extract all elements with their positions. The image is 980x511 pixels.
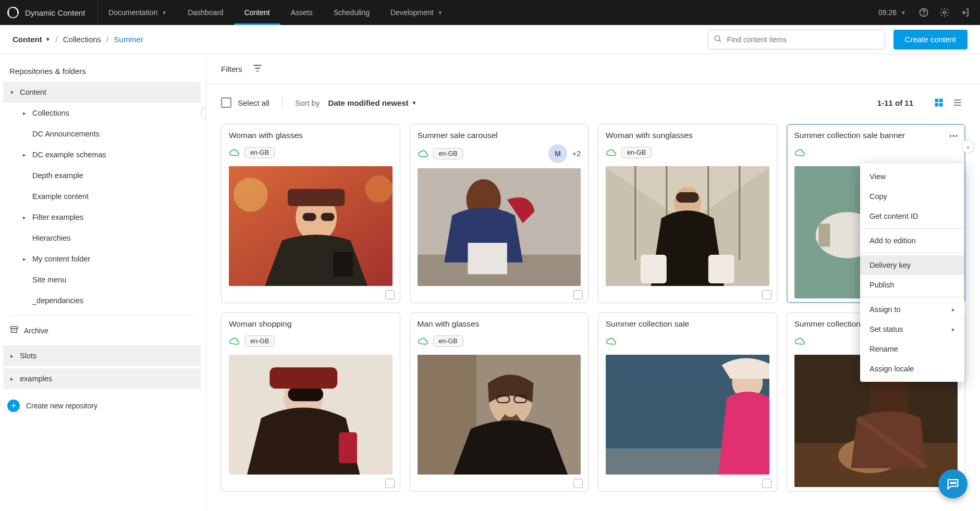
tree-dc-announcements[interactable]: DC Announcements: [3, 123, 201, 144]
tree-filter-examples[interactable]: ▸ Filter examples: [3, 207, 201, 228]
ctx-separator: [860, 253, 964, 253]
chevron-right-icon: ▸: [7, 376, 17, 382]
chevron-down-icon: ▼: [437, 10, 443, 16]
ctx-assign-to[interactable]: Assign to ▸: [860, 300, 964, 319]
card-title: Summer collection sale banner: [794, 131, 958, 140]
view-list-button[interactable]: [950, 95, 965, 110]
content-card[interactable]: Woman with sunglasses en-GB: [598, 124, 777, 303]
create-content-button[interactable]: Create content: [893, 30, 967, 49]
nav-settings[interactable]: [934, 0, 955, 25]
nav-content[interactable]: Content: [234, 0, 280, 25]
tree-hierarchies[interactable]: Hierarchies: [3, 228, 201, 248]
filters-button[interactable]: [250, 60, 265, 78]
breadcrumb-separator: /: [106, 35, 108, 44]
sort-value-label: Date modified newest: [328, 98, 408, 107]
card-title: Woman with glasses: [229, 131, 393, 140]
view-grid-button[interactable]: [931, 95, 947, 110]
sort-dropdown[interactable]: Date modified newest ▼: [328, 98, 416, 107]
chat-icon: [946, 477, 960, 491]
ctx-publish-label: Publish: [869, 281, 895, 289]
card-checkbox[interactable]: [762, 290, 771, 300]
svg-point-27: [950, 135, 951, 136]
tree-collections[interactable]: ▸ Collections: [3, 103, 201, 123]
tree-content-root[interactable]: ▾ Content: [3, 82, 201, 103]
tree-depth-example[interactable]: Depth example: [3, 165, 201, 186]
tree-dependancies[interactable]: _dependancies: [3, 290, 201, 311]
content-card[interactable]: Summer collection sale: [598, 313, 777, 492]
ctx-rename[interactable]: Rename: [860, 339, 964, 359]
sub-bar: Content ▼ / Collections / Summer Create …: [0, 25, 980, 54]
search-input[interactable]: [708, 30, 885, 49]
ctx-set-status-label: Set status: [869, 325, 903, 333]
chevron-right-icon: ▸: [7, 353, 17, 359]
card-title: Woman with sunglasses: [606, 131, 769, 140]
tree-depth-example-label: Depth example: [32, 171, 83, 180]
ctx-delivery-key-label: Delivery key: [869, 261, 911, 269]
card-checkbox[interactable]: [385, 479, 395, 488]
chevron-right-icon: ▸: [20, 152, 29, 158]
tree-examples[interactable]: ▸ examples: [3, 368, 201, 389]
ctx-separator: [860, 228, 964, 229]
svg-rect-21: [468, 243, 507, 274]
svg-point-2: [924, 15, 924, 15]
card-title: Woman shopping: [229, 319, 393, 329]
breadcrumb-collections[interactable]: Collections: [63, 35, 101, 44]
content-card[interactable]: Summer sale carousel en-GB M +2: [410, 124, 589, 303]
nav-scheduling[interactable]: Scheduling: [323, 0, 380, 25]
ctx-delivery-key[interactable]: Delivery key: [860, 255, 964, 275]
tree-my-content-folder[interactable]: ▸ My content folder: [3, 248, 201, 269]
card-checkbox[interactable]: [573, 290, 583, 300]
card-title: Man with glasses: [418, 319, 581, 329]
chat-button[interactable]: [938, 469, 967, 498]
filters-label: Filters: [221, 65, 242, 73]
ctx-get-id[interactable]: Get content ID: [860, 206, 964, 226]
svg-rect-39: [270, 367, 337, 389]
ctx-view[interactable]: View: [860, 167, 964, 186]
nav-help[interactable]: [913, 0, 934, 25]
svg-point-3: [944, 11, 946, 14]
sidebar-archive[interactable]: Archive: [3, 320, 201, 341]
nav-assets-label: Assets: [291, 8, 313, 17]
panel-expand-button[interactable]: ⌄: [961, 140, 975, 153]
ctx-set-status[interactable]: Set status ▸: [860, 319, 964, 339]
breadcrumb-root[interactable]: Content ▼: [13, 35, 51, 44]
tree-dc-example-schemas[interactable]: ▸ DC example schemas: [3, 144, 201, 165]
svg-rect-24: [676, 192, 699, 203]
card-checkbox[interactable]: [762, 479, 771, 488]
cloud-icon: [606, 336, 616, 346]
card-checkbox[interactable]: [385, 290, 395, 300]
select-all[interactable]: Select all: [221, 97, 270, 108]
tree-example-content[interactable]: Example content: [3, 186, 201, 207]
nav-assets[interactable]: Assets: [280, 0, 323, 25]
content-card[interactable]: Woman shopping en-GB: [221, 313, 400, 492]
content-card[interactable]: Man with glasses en-GB: [410, 313, 589, 492]
nav-dashboard[interactable]: Dashboard: [177, 0, 234, 25]
nav-clock[interactable]: 09:26 ▼: [871, 0, 913, 25]
tree-example-content-label: Example content: [32, 192, 89, 201]
ctx-add-edition[interactable]: Add to edition: [860, 231, 964, 251]
nav-logout[interactable]: [955, 0, 980, 25]
brand[interactable]: Dynamic Content: [0, 0, 98, 25]
sidebar-collapse-button[interactable]: ‹: [201, 107, 206, 119]
svg-rect-14: [288, 189, 345, 206]
triangle-down-icon: ▼: [412, 100, 417, 106]
ctx-assign-locale[interactable]: Assign locale: [860, 359, 964, 379]
tree-slots[interactable]: ▸ Slots: [3, 345, 201, 366]
tree-site-menu[interactable]: Site menu: [3, 269, 201, 290]
create-repository-button[interactable]: + Create new repository: [3, 394, 201, 417]
content-card[interactable]: Woman with glasses en-GB: [221, 124, 400, 303]
ctx-copy[interactable]: Copy: [860, 186, 964, 206]
list-icon: [952, 97, 963, 108]
more-horizontal-icon: [948, 131, 959, 141]
card-more-button[interactable]: [946, 129, 961, 143]
ctx-publish[interactable]: Publish: [860, 275, 964, 295]
nav-documentation[interactable]: Documentation ▼: [98, 0, 177, 25]
checkbox-icon: [221, 97, 231, 108]
nav-development[interactable]: Development ▼: [380, 0, 453, 25]
svg-point-11: [234, 178, 268, 212]
top-nav-bar: Dynamic Content Documentation ▼ Dashboar…: [0, 0, 980, 25]
card-image: [606, 355, 769, 475]
chevron-right-icon: ▸: [20, 256, 29, 263]
card-checkbox[interactable]: [573, 479, 583, 488]
svg-point-4: [715, 35, 720, 41]
